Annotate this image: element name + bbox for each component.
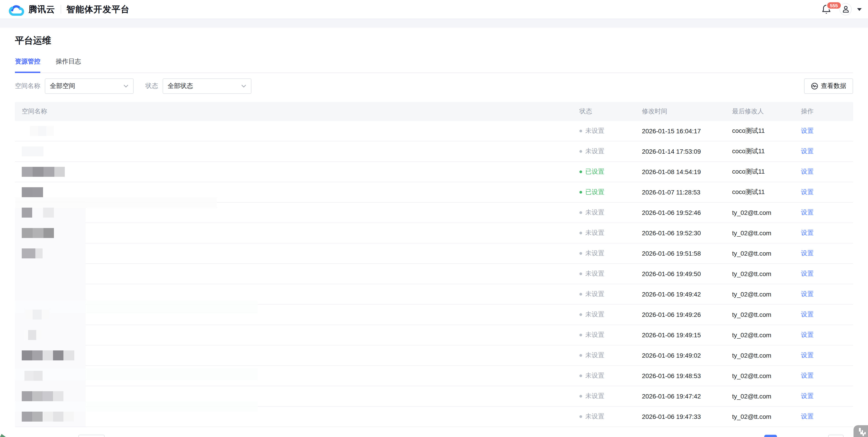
modified-time: 2026-01-06 19:49:42	[642, 291, 732, 298]
redacted-space-name	[30, 126, 54, 136]
redacted-name-block	[63, 412, 74, 421]
pixel-skyline-icon	[858, 428, 868, 437]
redacted-name-block	[22, 350, 32, 360]
space-name-cell	[15, 208, 580, 217]
settings-link[interactable]: 设置	[801, 290, 814, 297]
space-name-cell	[15, 167, 580, 177]
chevron-down-icon	[241, 84, 246, 88]
col-action: 操作	[801, 108, 853, 116]
space-name-cell	[15, 228, 580, 238]
redacted-space-name	[22, 167, 65, 177]
status-dot-icon	[580, 354, 582, 357]
settings-link[interactable]: 设置	[801, 412, 814, 420]
redacted-name-block	[22, 228, 33, 238]
redacted-space-name	[25, 371, 42, 381]
notifications-button[interactable]: 555	[822, 4, 832, 15]
redacted-name-block	[42, 350, 53, 360]
status-text: 已设置	[585, 168, 604, 176]
settings-link[interactable]: 设置	[801, 351, 814, 358]
status-dot-icon	[580, 150, 582, 153]
status-cell: 未设置	[580, 127, 642, 135]
space-name-cell	[15, 310, 580, 320]
modified-time: 2026-01-06 19:47:42	[642, 392, 732, 400]
redacted-name-block	[22, 391, 32, 401]
settings-link[interactable]: 设置	[801, 208, 814, 216]
table-row: 未设置 2026-01-06 19:52:46 ty_02@tt.com 设置	[15, 203, 853, 223]
redacted-name-block	[35, 249, 42, 258]
status-text: 未设置	[585, 208, 604, 217]
space-name-cell	[15, 391, 580, 401]
status-text: 未设置	[585, 249, 604, 258]
redacted-name-block	[22, 187, 33, 197]
status-filter-label: 状态	[146, 82, 158, 90]
redacted-name-block	[54, 167, 65, 177]
settings-link[interactable]: 设置	[801, 147, 814, 154]
status-cell: 未设置	[580, 147, 642, 155]
settings-link[interactable]: 设置	[801, 229, 814, 236]
space-name-cell	[15, 126, 580, 136]
redacted-name-block	[42, 310, 50, 320]
settings-link[interactable]: 设置	[801, 249, 814, 257]
redacted-name-block	[46, 126, 54, 136]
redacted-space-name	[22, 228, 54, 238]
per-page-select[interactable]: 15	[78, 435, 104, 437]
last-modifier: coco测试11	[732, 147, 801, 155]
status-dot-icon	[580, 232, 582, 234]
settings-link[interactable]: 设置	[801, 311, 814, 318]
status-cell: 未设置	[580, 208, 642, 217]
redacted-name-block	[42, 412, 53, 421]
corner-widget[interactable]	[854, 425, 868, 437]
page-button[interactable]: 2	[780, 435, 793, 437]
person-icon	[842, 5, 849, 13]
account-dropdown-caret-icon[interactable]	[857, 8, 862, 11]
space-filter-select[interactable]: 全部空间	[45, 79, 134, 94]
table-row: 未设置 2026-01-06 19:47:33 ty_02@tt.com 设置	[15, 407, 853, 427]
modified-time: 2026-01-06 19:52:30	[642, 229, 732, 237]
redacted-name-block	[22, 167, 33, 177]
settings-link[interactable]: 设置	[801, 372, 814, 379]
jump-page-input[interactable]	[828, 435, 843, 437]
col-status: 状态	[580, 108, 642, 116]
tab-resource-control[interactable]: 资源管控	[15, 57, 40, 73]
status-text: 未设置	[585, 372, 604, 380]
status-cell: 已设置	[580, 188, 642, 196]
tab-operation-log[interactable]: 操作日志	[56, 57, 81, 72]
redacted-name-block	[32, 412, 42, 421]
view-data-button[interactable]: 查看数据	[804, 79, 853, 94]
table-row: 未设置 2026-01-06 19:49:02 ty_02@tt.com 设置	[15, 345, 853, 366]
table-row: 未设置 2026-01-14 17:53:09 coco测试11 设置	[15, 141, 853, 162]
status-text: 未设置	[585, 412, 604, 421]
redacted-name-block	[36, 330, 42, 340]
redacted-space-name	[22, 391, 63, 401]
status-filter-select[interactable]: 全部状态	[163, 79, 251, 94]
resource-table: 空间名称 状态 修改时间 最后修改人 操作 未设置 2026-01-15 16:…	[15, 102, 853, 427]
space-filter-value: 全部空间	[50, 82, 75, 90]
redacted-space-name	[22, 208, 54, 217]
redacted-name-block	[33, 167, 43, 177]
redacted-name-block	[33, 310, 42, 320]
settings-link[interactable]: 设置	[801, 127, 814, 134]
last-modifier: coco测试11	[732, 188, 801, 196]
chevron-down-icon	[123, 84, 129, 88]
settings-link[interactable]: 设置	[801, 331, 814, 338]
status-text: 未设置	[585, 127, 604, 135]
page-button[interactable]: 1	[764, 435, 777, 437]
tencent-cloud-logo-icon	[7, 2, 25, 16]
status-cell: 未设置	[580, 270, 642, 278]
settings-link[interactable]: 设置	[801, 188, 814, 195]
redacted-name-block	[53, 412, 63, 421]
redacted-space-name	[25, 310, 50, 320]
settings-link[interactable]: 设置	[801, 168, 814, 175]
modified-time: 2026-01-06 19:49:50	[642, 270, 732, 278]
settings-link[interactable]: 设置	[801, 392, 814, 399]
settings-link[interactable]: 设置	[801, 270, 814, 277]
redacted-name-block	[30, 126, 38, 136]
space-name-cell	[15, 371, 580, 381]
last-modifier: ty_02@tt.com	[732, 229, 801, 237]
redacted-name-block	[32, 350, 42, 360]
redacted-name-block	[43, 228, 54, 238]
modified-time: 2026-01-06 19:51:58	[642, 250, 732, 257]
brand-divider	[60, 5, 61, 13]
redacted-space-name	[22, 249, 42, 258]
status-dot-icon	[580, 333, 582, 337]
